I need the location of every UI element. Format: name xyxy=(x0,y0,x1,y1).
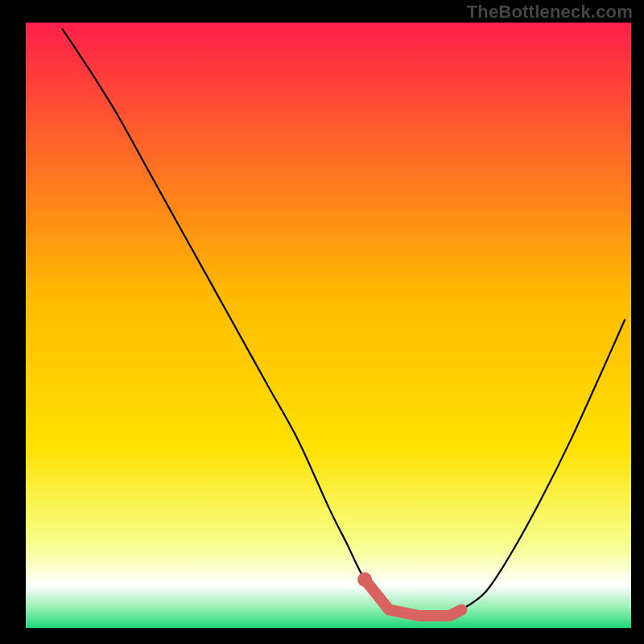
chart-frame: TheBottleneck.com xyxy=(0,0,644,644)
optimal-range-start-dot xyxy=(357,572,372,587)
bottleneck-chart xyxy=(0,0,644,644)
watermark-text: TheBottleneck.com xyxy=(467,2,633,23)
